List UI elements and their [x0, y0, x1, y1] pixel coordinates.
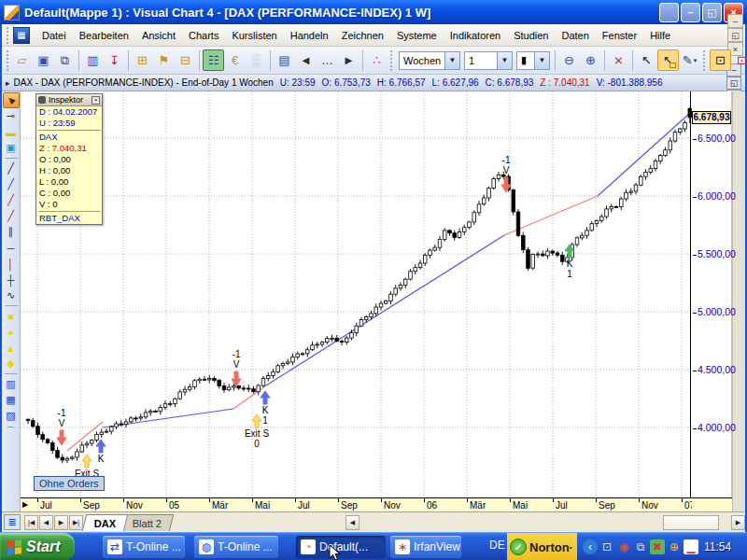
first-sheet-button[interactable]: |◀ — [24, 515, 38, 530]
save-button[interactable]: ▣ — [33, 49, 54, 71]
toolbar-grip[interactable] — [703, 50, 707, 71]
chart-type-select[interactable]: ▮▼ — [516, 51, 550, 70]
taskbar-clock[interactable]: 11:54 — [704, 540, 731, 553]
chevron-down-icon[interactable]: ▼ — [497, 52, 512, 69]
zoom-out-button[interactable]: ⊖ — [558, 49, 580, 71]
inspector-collapse-button[interactable]: ▪ — [92, 96, 100, 105]
menu-handeln[interactable]: Handeln — [284, 27, 335, 44]
menu-charts[interactable]: Charts — [182, 27, 225, 44]
chart-tray-icon[interactable]: ▁ — [684, 539, 698, 554]
page-back-button[interactable]: ◄ — [295, 49, 317, 71]
expand-icon[interactable]: ▸ — [6, 78, 10, 88]
properties-button[interactable]: ▤ — [274, 49, 295, 71]
draw-pen-button[interactable]: ✎▾ — [679, 49, 700, 71]
menu-studien[interactable]: Studien — [507, 27, 555, 44]
menu-bearbeiten[interactable]: Bearbeiten — [73, 27, 135, 44]
chevron-down-icon[interactable]: ▼ — [534, 52, 549, 69]
network-tray-icon[interactable]: ⧉ — [633, 539, 648, 554]
trendline-bicolor-tool[interactable]: ╱ — [3, 192, 20, 208]
inspector-pointer-button[interactable]: ↖ — [657, 49, 679, 71]
segment-tool[interactable]: ╱ — [3, 161, 20, 176]
hide-icons-chevron[interactable]: ‹ — [583, 539, 598, 554]
new-chart-button[interactable]: ▥ — [82, 49, 104, 71]
task-irfanview[interactable]: ∗IrfanView — [390, 536, 461, 558]
menu-indikatoren[interactable]: Indikatoren — [444, 27, 507, 44]
mdi-minimize-button[interactable]: – — [727, 14, 743, 28]
vertical-line-tool[interactable]: │ — [3, 256, 20, 272]
candlestick-chart[interactable]: V-1Exit S1KV-1K1Exit S0V-1K1 — [21, 91, 692, 497]
display-tray-icon[interactable]: ⊡ — [599, 539, 614, 554]
sheet-tab-blatt-2[interactable]: Blatt 2 — [120, 514, 175, 531]
menu-kurslisten[interactable]: Kurslisten — [225, 27, 283, 44]
ellipse-tool[interactable]: ● — [3, 324, 20, 340]
window-list-button[interactable]: ≣ — [4, 514, 21, 530]
language-indicator[interactable]: DE — [489, 539, 505, 552]
chart-restore-button[interactable]: ◱ — [726, 77, 741, 90]
alert-tray-icon[interactable]: ✖ — [650, 539, 665, 554]
prev-sheet-button[interactable]: ◀ — [39, 515, 53, 530]
triangle-tool[interactable]: ▲ — [3, 340, 20, 356]
window-titlebar[interactable]: Default(Mappe 1) : Visual Chart 4 - [DAX… — [0, 0, 747, 24]
open-watchlist-folder-button[interactable]: ⚑ — [153, 49, 175, 71]
annotation-tool[interactable]: ▨ — [3, 408, 20, 424]
download-data-button[interactable]: ↧ — [104, 49, 125, 71]
offline-button[interactable]: ▒ — [246, 49, 267, 71]
hscroll-thumb[interactable] — [663, 515, 719, 530]
page-list-button[interactable]: … — [317, 49, 338, 71]
task-tonline-1[interactable]: ⇄T-Online ... — [103, 536, 185, 558]
pointer-tool[interactable]: ► — [3, 92, 20, 108]
account-euro-button[interactable]: € — [224, 49, 246, 71]
parallel-lines-tool[interactable]: ∥ — [3, 224, 20, 240]
chart-window-button[interactable]: ⊡ — [710, 49, 731, 71]
network-connect-button[interactable]: ☷ — [203, 49, 224, 71]
menu-fenster[interactable]: Fenster — [596, 27, 643, 44]
horizontal-line-tool[interactable]: ─ — [3, 240, 20, 256]
menu-zeichnen[interactable]: Zeichnen — [335, 27, 390, 44]
hscroll-left-button[interactable]: ◀ — [345, 515, 359, 530]
chevron-down-icon[interactable]: ▼ — [444, 52, 459, 69]
vertical-band-tool[interactable]: ▥ — [3, 376, 20, 392]
fibonacci-fan-tool[interactable]: ⌒ — [3, 424, 20, 440]
menu-ansicht[interactable]: Ansicht — [135, 27, 182, 44]
rectangle-tool[interactable]: ■ — [3, 308, 20, 324]
next-sheet-button[interactable]: ▶ — [54, 515, 68, 530]
minimize-button[interactable]: – — [681, 3, 700, 22]
toolbar-grip[interactable] — [390, 50, 394, 71]
toolbar-grip[interactable] — [7, 27, 10, 44]
menu-hilfe[interactable]: Hilfe — [643, 27, 677, 44]
period-select[interactable]: Wochen▼ — [399, 51, 460, 70]
date-axis[interactable]: ▶ JulSepNov05MärMaiJulSepNov06MärMaiJulS… — [21, 497, 692, 511]
menu-systeme[interactable]: Systeme — [390, 27, 444, 44]
restore-button[interactable]: ◱ — [702, 3, 722, 22]
compression-select[interactable]: 1▼ — [464, 51, 513, 70]
norton-badge[interactable]: ✓ Norton· — [507, 533, 577, 560]
pointer-button[interactable]: ↖ — [636, 49, 657, 71]
cross-line-tool[interactable]: ┼ — [3, 272, 20, 287]
page-forward-button[interactable]: ► — [338, 49, 359, 71]
open-chart-folder-button[interactable]: ⊞ — [132, 49, 153, 71]
hscroll-right-button[interactable]: ▶ — [731, 515, 745, 530]
window-extra-button[interactable] — [659, 3, 679, 22]
save-all-button[interactable]: ⧉ — [54, 49, 76, 71]
open-table-folder-button[interactable]: ⊟ — [175, 49, 196, 71]
open-workspace-button[interactable]: ▱ — [11, 49, 33, 71]
chart-plot-area[interactable]: V-1Exit S1KV-1K1Exit S0V-1K1 Inspektor ▪… — [21, 91, 692, 511]
task-tonline-2[interactable]: ◍T-Online ... — [194, 536, 278, 558]
start-button[interactable]: Start — [0, 533, 75, 560]
mdi-restore-button[interactable]: ◱ — [727, 28, 743, 42]
text-note-tool[interactable]: ▣ — [3, 140, 20, 156]
inspector-panel[interactable]: Inspektor ▪ D : 04.02.2007U : 23:59DAXZ … — [35, 93, 103, 225]
trendline-blue-tool[interactable]: ╱ — [3, 176, 20, 192]
menu-datei[interactable]: Datei — [35, 27, 73, 44]
diamond-tool[interactable]: ◆ — [3, 356, 20, 371]
axis-scale-button[interactable]: ⨯ — [608, 49, 629, 71]
trendline-red-tool[interactable]: ╱ — [3, 208, 20, 224]
objects-button[interactable]: ∴ — [366, 49, 388, 71]
inspector-titlebar[interactable]: Inspektor ▪ — [36, 94, 102, 106]
grid-band-tool[interactable]: ▦ — [3, 392, 20, 408]
sheet-tab-dax[interactable]: DAX — [82, 514, 129, 531]
task-visual-chart[interactable]: ◔Default(... — [296, 536, 386, 558]
web-tray-icon[interactable]: ⊕ — [667, 539, 682, 554]
menu-daten[interactable]: Daten — [555, 27, 595, 44]
zoom-in-button[interactable]: ⊕ — [580, 49, 601, 71]
